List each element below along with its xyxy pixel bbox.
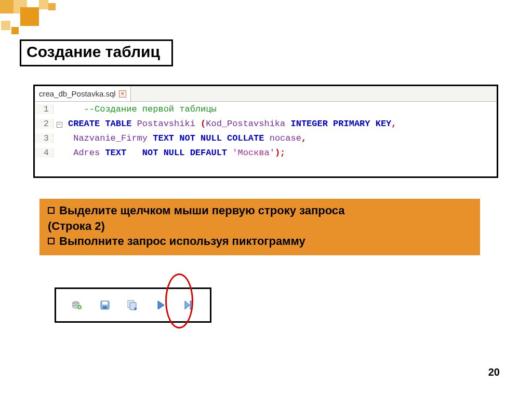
line-number: 4 — [35, 148, 54, 158]
execute-all-icon[interactable] — [182, 299, 196, 311]
db-add-icon[interactable] — [70, 299, 84, 311]
play-icon[interactable] — [154, 299, 168, 311]
svg-rect-9 — [190, 301, 192, 309]
slide-title-box: Создание таблиц — [20, 39, 173, 66]
sql-keyword: INTEGER PRIMARY KEY — [285, 119, 391, 129]
fold-gutter: − — [54, 119, 65, 129]
decor-block — [11, 27, 19, 34]
instruction-box: Выделите щелчком мыши первую строку запр… — [39, 199, 480, 255]
instruction-text-cont: (Строка 2) — [48, 218, 472, 234]
square-bullet-icon — [48, 203, 59, 218]
sql-identifier: Adres — [73, 148, 105, 158]
sql-editor-screenshot: crea_db_Postavka.sql × 1 --Создание перв… — [33, 85, 498, 178]
sql-identifier: nocase — [264, 133, 301, 143]
copy-run-icon[interactable] — [126, 299, 140, 311]
sql-keyword: TEXT — [153, 133, 179, 143]
instruction-item: Выделите щелчком мыши первую строку запр… — [48, 203, 472, 218]
decor-block — [48, 3, 56, 10]
save-icon[interactable] — [98, 299, 112, 311]
sql-punct: ( — [201, 119, 206, 129]
sql-punct: , — [391, 119, 396, 129]
sql-punct: , — [301, 133, 307, 143]
decor-block — [39, 0, 48, 9]
decor-block — [1, 21, 10, 30]
editor-body: 1 --Создание первой таблицы 2 − CREATE T… — [35, 102, 497, 160]
svg-rect-6 — [103, 306, 107, 309]
sql-keyword: NOT NULL COLLATE — [179, 133, 264, 143]
toolbar-screenshot — [55, 287, 211, 323]
sql-identifier: Kod_Postavshika — [206, 119, 285, 129]
sql-keyword: NOT NULL DEFAULT — [142, 148, 232, 158]
tab-filename: crea_db_Postavka.sql — [39, 89, 116, 98]
sql-string: 'Москва' — [232, 148, 275, 158]
code-line: 2 − CREATE TABLE Postavshiki (Kod_Postav… — [35, 116, 497, 131]
decor-block — [20, 7, 39, 26]
line-number: 1 — [35, 104, 54, 114]
sql-identifier: Nazvanie_Firmy — [73, 133, 153, 143]
sql-keyword: CREATE TABLE — [68, 119, 131, 129]
decor-block — [0, 0, 14, 13]
sql-punct: ); — [275, 148, 285, 158]
sql-identifier: Postavshiki — [131, 119, 201, 129]
instruction-text: Выполните запрос используя пиктограмму — [59, 234, 305, 249]
svg-rect-5 — [102, 301, 108, 305]
square-bullet-icon — [48, 234, 59, 249]
code-line: 3 Nazvanie_Firmy TEXT NOT NULL COLLATE n… — [35, 131, 497, 145]
line-number: 3 — [35, 133, 54, 143]
slide-title: Создание таблиц — [26, 43, 160, 60]
sql-comment: --Создание первой таблицы — [84, 104, 217, 114]
sql-keyword: TEXT — [105, 148, 142, 158]
page-number: 20 — [488, 366, 500, 378]
close-icon[interactable]: × — [119, 90, 126, 98]
instruction-text: Выделите щелчком мыши первую строку запр… — [59, 203, 345, 218]
editor-tabbar: crea_db_Postavka.sql × — [35, 86, 497, 102]
instruction-item: Выполните запрос используя пиктограмму — [48, 234, 472, 249]
code-line: 1 --Создание первой таблицы — [35, 102, 497, 116]
fold-collapse-icon[interactable]: − — [57, 122, 62, 128]
code-line: 4 Adres TEXT NOT NULL DEFAULT 'Москва'); — [35, 145, 497, 160]
editor-tab[interactable]: crea_db_Postavka.sql × — [35, 86, 131, 101]
line-number: 2 — [35, 119, 54, 129]
